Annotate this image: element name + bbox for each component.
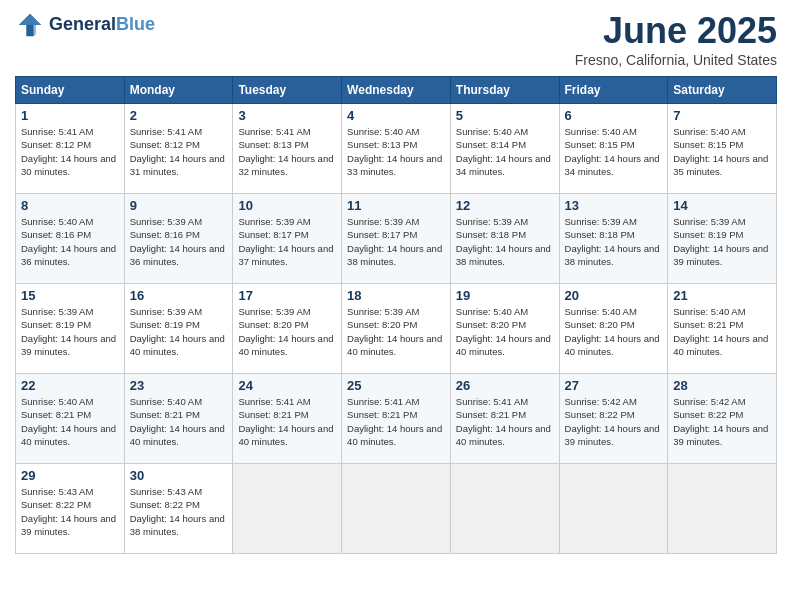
day-number: 10 <box>238 198 336 213</box>
calendar-cell: 14 Sunrise: 5:39 AM Sunset: 8:19 PM Dayl… <box>668 194 777 284</box>
day-number: 28 <box>673 378 771 393</box>
calendar-cell <box>559 464 668 554</box>
day-info: Sunrise: 5:41 AM Sunset: 8:12 PM Dayligh… <box>21 125 119 178</box>
calendar-row-5: 29 Sunrise: 5:43 AM Sunset: 8:22 PM Dayl… <box>16 464 777 554</box>
day-number: 14 <box>673 198 771 213</box>
calendar-table: Sunday Monday Tuesday Wednesday Thursday… <box>15 76 777 554</box>
calendar-cell: 1 Sunrise: 5:41 AM Sunset: 8:12 PM Dayli… <box>16 104 125 194</box>
calendar-cell: 23 Sunrise: 5:40 AM Sunset: 8:21 PM Dayl… <box>124 374 233 464</box>
day-number: 23 <box>130 378 228 393</box>
header-saturday: Saturday <box>668 77 777 104</box>
title-block: June 2025 Fresno, California, United Sta… <box>575 10 777 68</box>
day-number: 19 <box>456 288 554 303</box>
calendar-cell: 18 Sunrise: 5:39 AM Sunset: 8:20 PM Dayl… <box>342 284 451 374</box>
calendar-cell: 26 Sunrise: 5:41 AM Sunset: 8:21 PM Dayl… <box>450 374 559 464</box>
day-info: Sunrise: 5:40 AM Sunset: 8:21 PM Dayligh… <box>21 395 119 448</box>
header-tuesday: Tuesday <box>233 77 342 104</box>
logo-icon <box>15 10 45 40</box>
calendar-cell: 15 Sunrise: 5:39 AM Sunset: 8:19 PM Dayl… <box>16 284 125 374</box>
day-info: Sunrise: 5:41 AM Sunset: 8:21 PM Dayligh… <box>456 395 554 448</box>
calendar-cell: 24 Sunrise: 5:41 AM Sunset: 8:21 PM Dayl… <box>233 374 342 464</box>
month-title: June 2025 <box>575 10 777 52</box>
day-number: 3 <box>238 108 336 123</box>
calendar-cell: 10 Sunrise: 5:39 AM Sunset: 8:17 PM Dayl… <box>233 194 342 284</box>
day-info: Sunrise: 5:40 AM Sunset: 8:21 PM Dayligh… <box>130 395 228 448</box>
day-number: 24 <box>238 378 336 393</box>
day-number: 6 <box>565 108 663 123</box>
day-number: 22 <box>21 378 119 393</box>
calendar-cell: 5 Sunrise: 5:40 AM Sunset: 8:14 PM Dayli… <box>450 104 559 194</box>
day-info: Sunrise: 5:41 AM Sunset: 8:13 PM Dayligh… <box>238 125 336 178</box>
day-info: Sunrise: 5:40 AM Sunset: 8:15 PM Dayligh… <box>565 125 663 178</box>
header-thursday: Thursday <box>450 77 559 104</box>
day-info: Sunrise: 5:40 AM Sunset: 8:21 PM Dayligh… <box>673 305 771 358</box>
header-wednesday: Wednesday <box>342 77 451 104</box>
day-info: Sunrise: 5:41 AM Sunset: 8:21 PM Dayligh… <box>238 395 336 448</box>
calendar-row-2: 8 Sunrise: 5:40 AM Sunset: 8:16 PM Dayli… <box>16 194 777 284</box>
header-sunday: Sunday <box>16 77 125 104</box>
day-number: 30 <box>130 468 228 483</box>
calendar-cell: 6 Sunrise: 5:40 AM Sunset: 8:15 PM Dayli… <box>559 104 668 194</box>
weekday-header-row: Sunday Monday Tuesday Wednesday Thursday… <box>16 77 777 104</box>
calendar-cell: 16 Sunrise: 5:39 AM Sunset: 8:19 PM Dayl… <box>124 284 233 374</box>
day-info: Sunrise: 5:41 AM Sunset: 8:21 PM Dayligh… <box>347 395 445 448</box>
day-info: Sunrise: 5:43 AM Sunset: 8:22 PM Dayligh… <box>130 485 228 538</box>
calendar-cell: 9 Sunrise: 5:39 AM Sunset: 8:16 PM Dayli… <box>124 194 233 284</box>
calendar-cell: 8 Sunrise: 5:40 AM Sunset: 8:16 PM Dayli… <box>16 194 125 284</box>
day-info: Sunrise: 5:40 AM Sunset: 8:15 PM Dayligh… <box>673 125 771 178</box>
day-info: Sunrise: 5:39 AM Sunset: 8:20 PM Dayligh… <box>238 305 336 358</box>
calendar-cell: 29 Sunrise: 5:43 AM Sunset: 8:22 PM Dayl… <box>16 464 125 554</box>
calendar-cell: 22 Sunrise: 5:40 AM Sunset: 8:21 PM Dayl… <box>16 374 125 464</box>
calendar-cell: 3 Sunrise: 5:41 AM Sunset: 8:13 PM Dayli… <box>233 104 342 194</box>
day-info: Sunrise: 5:39 AM Sunset: 8:17 PM Dayligh… <box>238 215 336 268</box>
calendar-cell: 20 Sunrise: 5:40 AM Sunset: 8:20 PM Dayl… <box>559 284 668 374</box>
day-number: 27 <box>565 378 663 393</box>
day-number: 9 <box>130 198 228 213</box>
calendar-cell: 21 Sunrise: 5:40 AM Sunset: 8:21 PM Dayl… <box>668 284 777 374</box>
day-info: Sunrise: 5:39 AM Sunset: 8:18 PM Dayligh… <box>565 215 663 268</box>
day-number: 21 <box>673 288 771 303</box>
day-info: Sunrise: 5:41 AM Sunset: 8:12 PM Dayligh… <box>130 125 228 178</box>
day-info: Sunrise: 5:40 AM Sunset: 8:16 PM Dayligh… <box>21 215 119 268</box>
day-number: 18 <box>347 288 445 303</box>
location: Fresno, California, United States <box>575 52 777 68</box>
calendar-cell: 28 Sunrise: 5:42 AM Sunset: 8:22 PM Dayl… <box>668 374 777 464</box>
calendar-cell: 17 Sunrise: 5:39 AM Sunset: 8:20 PM Dayl… <box>233 284 342 374</box>
day-number: 5 <box>456 108 554 123</box>
day-number: 17 <box>238 288 336 303</box>
calendar-cell <box>233 464 342 554</box>
day-info: Sunrise: 5:42 AM Sunset: 8:22 PM Dayligh… <box>565 395 663 448</box>
day-number: 25 <box>347 378 445 393</box>
calendar-row-4: 22 Sunrise: 5:40 AM Sunset: 8:21 PM Dayl… <box>16 374 777 464</box>
calendar-cell: 11 Sunrise: 5:39 AM Sunset: 8:17 PM Dayl… <box>342 194 451 284</box>
day-number: 11 <box>347 198 445 213</box>
day-info: Sunrise: 5:39 AM Sunset: 8:19 PM Dayligh… <box>130 305 228 358</box>
day-info: Sunrise: 5:39 AM Sunset: 8:20 PM Dayligh… <box>347 305 445 358</box>
calendar-cell: 7 Sunrise: 5:40 AM Sunset: 8:15 PM Dayli… <box>668 104 777 194</box>
calendar-cell: 25 Sunrise: 5:41 AM Sunset: 8:21 PM Dayl… <box>342 374 451 464</box>
day-info: Sunrise: 5:39 AM Sunset: 8:18 PM Dayligh… <box>456 215 554 268</box>
calendar-cell: 27 Sunrise: 5:42 AM Sunset: 8:22 PM Dayl… <box>559 374 668 464</box>
calendar-row-3: 15 Sunrise: 5:39 AM Sunset: 8:19 PM Dayl… <box>16 284 777 374</box>
calendar-cell <box>450 464 559 554</box>
day-info: Sunrise: 5:39 AM Sunset: 8:16 PM Dayligh… <box>130 215 228 268</box>
day-number: 15 <box>21 288 119 303</box>
day-info: Sunrise: 5:40 AM Sunset: 8:20 PM Dayligh… <box>565 305 663 358</box>
day-info: Sunrise: 5:39 AM Sunset: 8:19 PM Dayligh… <box>673 215 771 268</box>
day-number: 7 <box>673 108 771 123</box>
calendar-cell <box>668 464 777 554</box>
calendar-row-1: 1 Sunrise: 5:41 AM Sunset: 8:12 PM Dayli… <box>16 104 777 194</box>
calendar-cell: 2 Sunrise: 5:41 AM Sunset: 8:12 PM Dayli… <box>124 104 233 194</box>
page-header: GeneralBlue June 2025 Fresno, California… <box>15 10 777 68</box>
day-info: Sunrise: 5:40 AM Sunset: 8:20 PM Dayligh… <box>456 305 554 358</box>
day-number: 2 <box>130 108 228 123</box>
day-info: Sunrise: 5:43 AM Sunset: 8:22 PM Dayligh… <box>21 485 119 538</box>
calendar-cell: 4 Sunrise: 5:40 AM Sunset: 8:13 PM Dayli… <box>342 104 451 194</box>
day-info: Sunrise: 5:42 AM Sunset: 8:22 PM Dayligh… <box>673 395 771 448</box>
calendar-cell: 13 Sunrise: 5:39 AM Sunset: 8:18 PM Dayl… <box>559 194 668 284</box>
day-number: 4 <box>347 108 445 123</box>
day-number: 16 <box>130 288 228 303</box>
logo-text: GeneralBlue <box>49 15 155 35</box>
day-number: 26 <box>456 378 554 393</box>
header-monday: Monday <box>124 77 233 104</box>
